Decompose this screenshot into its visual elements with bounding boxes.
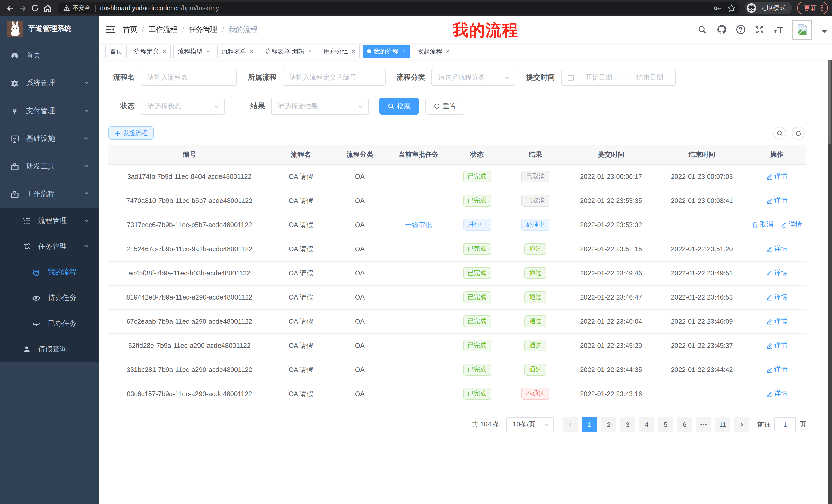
reset-button[interactable]: 重置 <box>425 97 464 115</box>
sidebar-item-my-process[interactable]: 我的流程 <box>0 259 99 285</box>
tab-close-icon[interactable]: × <box>352 48 355 55</box>
sidebar-item-task-manage[interactable]: 任务管理 <box>0 234 99 259</box>
page-button-2[interactable]: 2 <box>601 417 616 432</box>
detail-action[interactable]: 详情 <box>766 292 787 302</box>
page-button-1[interactable]: 1 <box>582 417 597 432</box>
detail-action[interactable]: 详情 <box>780 220 802 229</box>
table-refresh-button[interactable] <box>792 127 805 139</box>
cell-id: 7317cec6-7b9b-11ec-b5b7-acde48001122 <box>108 213 270 237</box>
page-ellipsis[interactable]: ••• <box>696 417 711 432</box>
tab-首页[interactable]: 首页 <box>105 45 127 58</box>
sidebar-item-system[interactable]: 系统管理 <box>0 69 99 97</box>
detail-action[interactable]: 详情 <box>766 341 787 350</box>
sidebar-item-todo[interactable]: 待办任务 <box>0 285 99 311</box>
content: 流程名 所属流程 流程分类 请选择流程分类 <box>99 60 832 504</box>
help-icon[interactable] <box>735 24 746 35</box>
search-button[interactable]: 搜索 <box>380 97 419 115</box>
goto-page-input[interactable] <box>774 417 796 432</box>
date-end-placeholder[interactable]: 结束日期 <box>630 73 670 82</box>
process-name-input[interactable] <box>141 69 237 86</box>
password-key-icon[interactable] <box>712 2 723 13</box>
page-size-select[interactable]: 10条/页 <box>506 417 554 432</box>
detail-action[interactable]: 详情 <box>766 389 787 398</box>
page-button-5[interactable]: 5 <box>658 417 673 432</box>
tab-我的流程[interactable]: 我的流程× <box>363 45 410 58</box>
submit-time-range[interactable]: 开始日期 - 结束日期 <box>561 69 676 86</box>
result-select[interactable]: 请选择流结果 <box>271 97 369 115</box>
cell-end-time: 2022-01-23 00:07:03 <box>656 164 747 189</box>
goto-label: 前往 <box>757 420 771 429</box>
sidebar-collapse-icon[interactable] <box>99 26 123 33</box>
cancel-action[interactable]: 取消 <box>752 220 773 229</box>
sidebar-item-dev[interactable]: 研发工具 <box>0 152 99 180</box>
sidebar-item-done[interactable]: 已办任务 <box>0 311 99 337</box>
tab-close-icon[interactable]: × <box>402 48 406 55</box>
app-logo[interactable]: 芋道管理系统 <box>0 16 99 41</box>
sidebar-item-pay[interactable]: ¥ 支付管理 <box>0 97 99 125</box>
tab-流程表单-编辑[interactable]: 流程表单-编辑× <box>261 45 316 58</box>
tab-close-icon[interactable]: × <box>162 48 166 55</box>
breadcrumb-home[interactable]: 首页 <box>123 25 137 34</box>
sidebar-item-process-manage[interactable]: 流程管理 <box>0 208 99 234</box>
detail-action[interactable]: 详情 <box>766 172 787 181</box>
breadcrumb-workflow[interactable]: 工作流程 <box>149 25 177 34</box>
browser-back-icon[interactable] <box>4 2 17 14</box>
detail-action[interactable]: 详情 <box>766 269 787 278</box>
page-button-4[interactable]: 4 <box>639 417 654 432</box>
sidebar-item-infra[interactable]: 基础设施 <box>0 125 99 152</box>
address-bar[interactable]: 不安全 dashboard.yudao.iocoder.cn/bpm/task/… <box>58 2 740 14</box>
page-button-6[interactable]: 6 <box>677 417 692 432</box>
detail-action[interactable]: 详情 <box>766 244 787 254</box>
browser-forward-icon[interactable] <box>17 2 29 14</box>
detail-action[interactable]: 详情 <box>766 196 787 205</box>
table-search-toggle-button[interactable] <box>773 127 786 139</box>
detail-action[interactable]: 详情 <box>766 365 787 374</box>
date-start-placeholder[interactable]: 开始日期 <box>579 73 619 82</box>
tab-发起流程[interactable]: 发起流程× <box>413 45 454 58</box>
tab-流程模型[interactable]: 流程模型× <box>173 45 214 58</box>
prev-page-button[interactable] <box>563 417 578 432</box>
tab-流程定义[interactable]: 流程定义× <box>130 45 171 58</box>
search-icon[interactable] <box>697 24 707 35</box>
detail-action[interactable]: 详情 <box>766 317 787 326</box>
cell-submit-time: 2022-01-22 23:53:35 <box>566 189 656 213</box>
process-definition-input[interactable] <box>283 69 386 86</box>
browser-home-icon[interactable] <box>41 2 53 14</box>
status-select[interactable]: 请选择状态 <box>141 97 225 115</box>
edit-pencil-icon <box>766 173 773 180</box>
approval-task-link[interactable]: 一级审批 <box>405 221 432 228</box>
cell-category: OA <box>331 382 388 406</box>
sidebar-label: 我的流程 <box>48 268 77 277</box>
page-scrollbar[interactable] <box>828 16 832 504</box>
bookmark-star-icon[interactable] <box>726 2 737 13</box>
github-icon[interactable] <box>716 24 727 35</box>
update-button[interactable]: 更新 <box>797 2 828 15</box>
result-badge: 通过 <box>524 291 546 303</box>
cell-result: 通过 <box>505 358 566 382</box>
font-size-icon[interactable] <box>773 24 784 35</box>
avatar[interactable] <box>792 20 812 39</box>
breadcrumb-task[interactable]: 任务管理 <box>189 25 217 34</box>
tab-close-icon[interactable]: × <box>308 48 312 55</box>
tab-close-icon[interactable]: × <box>206 48 210 55</box>
tab-流程表单[interactable]: 流程表单× <box>217 45 258 58</box>
sidebar-item-home[interactable]: 首页 <box>0 41 99 69</box>
tab-close-icon[interactable]: × <box>250 48 254 55</box>
category-select[interactable]: 请选择流程分类 <box>432 69 515 86</box>
fullscreen-icon[interactable] <box>754 24 765 35</box>
next-page-button[interactable] <box>734 417 749 432</box>
app-title: 芋道管理系统 <box>28 24 72 33</box>
avatar-dropdown-caret[interactable] <box>822 30 827 36</box>
tab-用户分组[interactable]: 用户分组× <box>319 45 360 58</box>
sidebar-item-workflow[interactable]: 工作流程 <box>0 180 99 208</box>
tab-close-icon[interactable]: × <box>446 48 449 55</box>
cell-actions: 详情 <box>747 382 806 406</box>
page-button-3[interactable]: 3 <box>620 417 635 432</box>
security-chip[interactable]: 不安全 <box>63 4 90 12</box>
sidebar-item-leave-query[interactable]: 请假查询 <box>0 337 99 362</box>
url-text[interactable]: dashboard.yudao.iocoder.cn/bpm/task/my <box>100 4 709 11</box>
page-button-11[interactable]: 11 <box>715 417 730 432</box>
browser-menu-icon[interactable] <box>821 5 823 11</box>
browser-reload-icon[interactable] <box>29 2 41 14</box>
create-process-button[interactable]: 发起流程 <box>108 127 154 140</box>
